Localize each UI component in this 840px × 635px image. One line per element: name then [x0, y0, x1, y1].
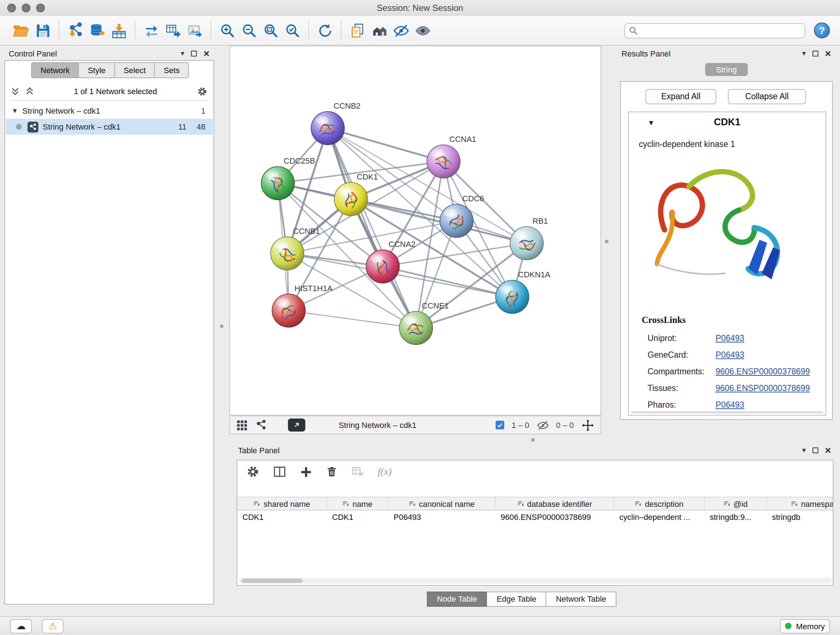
network-options-gear-icon[interactable] [197, 86, 208, 97]
table-row[interactable]: CDK1CDK1P064939606.ENSP00000378699cyclin… [237, 510, 833, 524]
detach-view-button[interactable] [288, 418, 305, 432]
cloud-button[interactable]: ☁ [10, 619, 32, 633]
network-collection-row[interactable]: ▼ String Network – cdk1 1 [6, 103, 213, 119]
network-node-CDKN1A[interactable]: CDKN1A [496, 270, 551, 314]
network-node-CCNB2[interactable]: CCNB2 [311, 101, 361, 145]
show-columns-icon[interactable] [273, 465, 286, 478]
column-header-name[interactable]: name [327, 497, 388, 510]
tab-sets[interactable]: Sets [155, 62, 189, 78]
crosslink-value[interactable]: 9606.ENSP00000378699 [715, 367, 810, 375]
tab-network[interactable]: Network [31, 62, 79, 78]
tab-string[interactable]: String [705, 63, 748, 76]
panel-close-icon[interactable]: ✕ [825, 447, 831, 454]
table-horizontal-scrollbar[interactable] [239, 578, 831, 584]
search-input[interactable] [624, 23, 805, 38]
column-header-namespace[interactable]: namespace [767, 497, 834, 510]
warnings-button[interactable]: ⚠ [42, 619, 64, 633]
tab-node-table[interactable]: Node Table [427, 592, 487, 607]
crosslink-value[interactable]: 9606.ENSP00000378699 [715, 383, 810, 392]
table-cell[interactable]: stringdb [767, 510, 834, 524]
tab-style[interactable]: Style [79, 62, 115, 78]
clone-network-button[interactable] [347, 19, 368, 41]
tab-select[interactable]: Select [115, 62, 155, 78]
panel-collapse-icon[interactable]: ▾ [802, 447, 806, 454]
panel-close-icon[interactable]: ✕ [825, 50, 831, 57]
network-edge-HIST1H1A-CCNE1[interactable] [289, 310, 416, 328]
collapse-all-networks-icon[interactable] [25, 87, 34, 96]
node-label-CDC25B: CDC25B [284, 157, 315, 165]
houses-icon [370, 22, 388, 39]
first-neighbors-button[interactable] [368, 19, 390, 41]
help-button[interactable]: ? [814, 22, 830, 38]
selected-checkbox[interactable] [496, 421, 504, 429]
column-header-shared-name[interactable]: shared name [237, 497, 327, 510]
add-column-icon[interactable] [300, 465, 313, 478]
network-node-RB1[interactable]: RB1 [510, 217, 548, 260]
panel-float-icon[interactable] [813, 448, 818, 453]
column-header-canonical-name[interactable]: canonical name [388, 497, 496, 510]
gene-header-row[interactable]: ▼ CDK1 [629, 112, 826, 134]
network-node-HIST1H1A[interactable]: HIST1H1A [272, 284, 332, 327]
export-image-button[interactable] [184, 19, 205, 41]
results-panel-header: Results Panel ▾ ✕ [617, 47, 836, 60]
panel-collapse-icon[interactable]: ▾ [802, 50, 806, 57]
import-network-file-button[interactable] [65, 19, 86, 41]
expand-all-networks-icon[interactable] [11, 87, 19, 96]
crosslink-value[interactable]: P06493 [715, 350, 744, 359]
bottom-splitter-handle[interactable] [531, 438, 535, 442]
swap-arrows-icon [143, 22, 159, 39]
table-cell[interactable]: cyclin–dependent ... [614, 510, 705, 524]
panel-close-icon[interactable]: ✕ [203, 50, 210, 57]
import-network-database-button[interactable] [86, 19, 108, 41]
right-splitter-handle[interactable] [605, 240, 608, 243]
table-cell[interactable]: P06493 [388, 510, 496, 524]
table-cell[interactable]: CDK1 [327, 510, 388, 524]
tab-edge-table[interactable]: Edge Table [487, 592, 546, 607]
tree-expand-icon[interactable]: ▼ [11, 107, 18, 114]
table-settings-gear-icon[interactable] [246, 465, 260, 478]
save-session-button[interactable] [32, 19, 54, 41]
column-header-description[interactable]: description [614, 497, 705, 510]
open-session-button[interactable] [10, 19, 32, 41]
network-graph: CCNB2CCNA1CDC25BCDK1CDC6RB1CCNB1CCNA2CDK… [230, 46, 600, 415]
show-all-button[interactable] [412, 19, 433, 41]
network-canvas[interactable]: CCNB2CCNA1CDC25BCDK1CDC6RB1CCNB1CCNA2CDK… [229, 46, 601, 416]
hide-selected-button[interactable] [390, 19, 412, 41]
crosslink-value[interactable]: P06493 [715, 333, 744, 342]
table-cell[interactable]: stringdb:9... [705, 510, 767, 524]
table-panel-title: Table Panel [238, 446, 279, 455]
delete-column-icon[interactable] [325, 466, 338, 478]
refresh-button[interactable] [314, 19, 336, 41]
tab-network-table[interactable]: Network Table [546, 592, 616, 607]
zoom-out-button[interactable] [238, 19, 260, 41]
network-row-selected[interactable]: String Network – cdk1 11 48 [6, 119, 213, 135]
crosslink-label: Uniprot: [647, 333, 715, 342]
panel-float-icon[interactable] [813, 51, 818, 57]
column-header-database-identifier[interactable]: database identifier [496, 497, 614, 510]
expand-all-button[interactable]: Expand All [645, 89, 716, 104]
crosslink-value[interactable]: P06493 [715, 400, 744, 409]
import-table-button[interactable] [108, 19, 129, 41]
memory-button[interactable]: Memory [780, 619, 830, 633]
panel-float-icon[interactable] [191, 51, 197, 57]
pan-tool-icon[interactable] [581, 418, 595, 432]
network-selection-row: 1 of 1 Network selected [11, 82, 208, 101]
panel-collapse-icon[interactable]: ▾ [181, 50, 185, 57]
left-splitter-handle[interactable] [220, 325, 224, 328]
collapse-all-button[interactable]: Collapse All [728, 89, 806, 104]
table-cell[interactable]: 9606.ENSP00000378699 [496, 510, 614, 524]
network-node-CDK1[interactable]: CDK1 [334, 172, 378, 216]
new-network-button[interactable] [141, 19, 162, 41]
zoom-in-button[interactable] [216, 19, 238, 41]
network-node-CCNA1[interactable]: CCNA1 [427, 135, 477, 178]
network-view-icon[interactable] [256, 419, 268, 431]
scrollbar-thumb[interactable] [242, 578, 302, 583]
network-edge-CCNB2-CCNE1[interactable] [328, 128, 416, 328]
table-cell[interactable]: CDK1 [237, 510, 327, 524]
column-header--id[interactable]: @id [705, 497, 767, 510]
zoom-selected-button[interactable] [281, 19, 303, 41]
network-from-table-button[interactable] [162, 19, 184, 41]
results-scrollbar[interactable] [631, 411, 823, 413]
grid-view-icon[interactable] [236, 419, 248, 431]
zoom-fit-button[interactable] [260, 19, 281, 41]
